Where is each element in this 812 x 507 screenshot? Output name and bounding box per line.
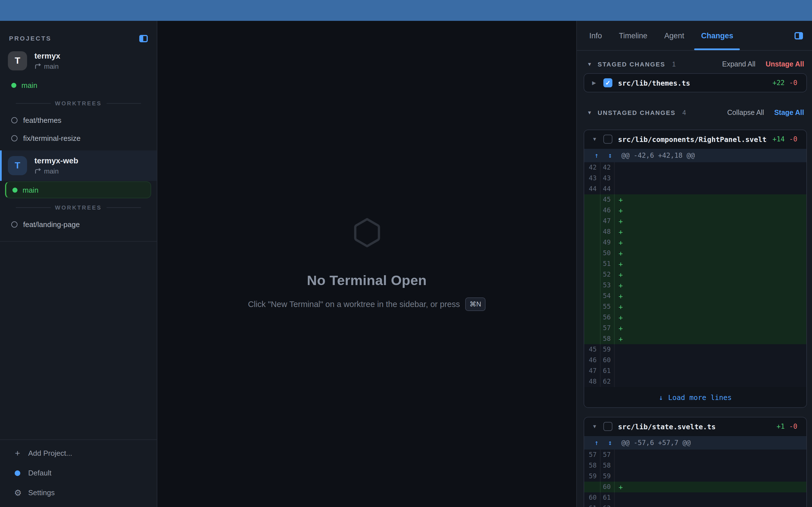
code-text: diffViewMode = $state<DiffViewMode>( xyxy=(627,492,806,503)
chevron-down-icon[interactable]: ▼ xyxy=(592,136,598,142)
diff-sign xyxy=(615,344,627,355)
diff-sign xyxy=(615,471,627,482)
code-text: } xyxy=(627,259,806,269)
code-text: let commitPreviewFiles = $derived( xyxy=(627,162,806,173)
tab[interactable]: Info xyxy=(589,21,602,50)
worktree-item[interactable]: feat/themes xyxy=(0,111,157,129)
code-text: }); xyxy=(627,312,806,323)
old-line-number: 61 xyxy=(584,503,601,507)
load-more-lines-button[interactable]: ↓ Load more lines xyxy=(584,387,806,407)
code-text: const diff = await invoke("get_fil xyxy=(627,291,806,301)
project-row-termyx-web[interactable]: T termyx-web main xyxy=(0,151,157,181)
code-text: function handleExpandContext(file: s xyxy=(627,205,806,216)
file-header[interactable]: ▼ src/lib/state.svelte.ts +1 -0 xyxy=(584,417,806,436)
code-text: expandedContexts.set(file, newLine xyxy=(627,237,806,248)
worktrees-divider: WORKTREES xyxy=(0,201,157,214)
git-branch-icon xyxy=(35,63,41,70)
sidebar-toggle-icon[interactable] xyxy=(139,35,148,42)
worktree-circle-icon xyxy=(11,135,17,141)
settings-label: Settings xyxy=(28,489,55,497)
diff-line: 57 57 layout = $state<LayoutMode>("verti… xyxy=(584,450,806,460)
old-line-number xyxy=(584,334,601,344)
stage-all-button[interactable]: Stage All xyxy=(774,109,804,117)
diff-line: 61 62 private _pollInterval: ReturnType<… xyxy=(584,503,806,507)
sidebar-footer: + Add Project... Default ⚙ Settings xyxy=(0,439,157,507)
diff-line: 44 44 ); xyxy=(584,184,806,194)
worktree-item[interactable]: fix/terminal-resize xyxy=(0,129,157,147)
old-line-number xyxy=(584,312,601,323)
new-line-number: 57 xyxy=(601,450,615,460)
new-line-number: 62 xyxy=(601,376,615,387)
tab[interactable]: Timeline xyxy=(619,21,647,50)
panel-toggle-icon[interactable] xyxy=(795,32,803,39)
worktree-label: fix/terminal-resize xyxy=(23,134,81,142)
deletions-count: -0 xyxy=(789,79,797,87)
shortcut-badge: ⌘N xyxy=(465,297,486,311)
new-line-number: 53 xyxy=(601,280,615,291)
hunk-range-label: @@ -57,6 +57,7 @@ xyxy=(621,439,691,447)
tab[interactable]: Changes xyxy=(701,21,733,50)
project-row-termyx[interactable]: T termyx main xyxy=(0,46,157,76)
expand-updown-icon[interactable]: ↕ xyxy=(603,152,617,159)
default-profile-item[interactable]: Default xyxy=(0,463,157,483)
worktree-list: feat/themes fix/terminal-resize xyxy=(0,111,157,147)
old-line-number xyxy=(584,248,601,259)
diff-sign: + xyxy=(615,482,627,492)
stage-checkbox[interactable] xyxy=(603,135,612,144)
expand-up-icon[interactable]: ↑ xyxy=(590,439,603,447)
new-line-number: 57 xyxy=(601,323,615,334)
stage-checkbox[interactable]: ✓ xyxy=(603,78,612,87)
default-profile-label: Default xyxy=(28,469,51,477)
diff-sign: + xyxy=(615,280,627,291)
empty-state-title: No Terminal Open xyxy=(307,272,427,288)
diff-sign: + xyxy=(615,323,627,334)
new-line-number: 60 xyxy=(601,482,615,492)
code-text: const currentLines = expandedConte xyxy=(627,216,806,226)
worktree-item[interactable]: feat/landing-page xyxy=(0,215,157,233)
stage-checkbox[interactable] xyxy=(603,422,612,431)
unstaged-file-card: ▼ src/lib/state.svelte.ts +1 -0 ↑ ↕ @@ -… xyxy=(583,417,807,507)
new-line-number: 60 xyxy=(601,355,615,365)
expand-updown-icon[interactable]: ↕ xyxy=(603,439,617,447)
add-project-button[interactable]: + Add Project... xyxy=(0,443,157,463)
active-branch-item-main[interactable]: main xyxy=(5,181,151,198)
old-line-number xyxy=(584,194,601,205)
branch-item-main[interactable]: main xyxy=(0,76,157,94)
diff-sign xyxy=(615,365,627,376)
tab[interactable]: Agent xyxy=(664,21,684,50)
worktree-list: feat/landing-page xyxy=(0,215,157,233)
diff-line: 43 43 appState.commitPreview ? parseDiff xyxy=(584,173,806,184)
settings-button[interactable]: ⚙ Settings xyxy=(0,483,157,503)
changes-scroll-area[interactable]: ▼ STAGED CHANGES 1 Expand All Unstage Al… xyxy=(577,51,812,507)
expand-all-button[interactable]: Expand All xyxy=(722,60,755,68)
expand-up-icon[interactable]: ↑ xyxy=(590,152,603,159)
project-avatar: T xyxy=(8,156,27,175)
old-line-number xyxy=(584,291,601,301)
file-header[interactable]: ▼ src/lib/components/RightPanel.svelte +… xyxy=(584,130,806,148)
collapse-triangle-icon[interactable]: ▼ xyxy=(587,110,592,115)
collapse-all-button[interactable]: Collapse All xyxy=(727,109,764,117)
diff-line: 45 59 xyxy=(584,344,806,355)
diff-line: 48 62 xyxy=(584,376,806,387)
hunk-range-label: @@ -42,6 +42,18 @@ xyxy=(621,152,695,159)
staged-file-header[interactable]: ▶ ✓ src/lib/themes.ts +22 -0 xyxy=(584,74,806,92)
code-text: async function loadExpandedDiff(file xyxy=(627,280,806,291)
new-line-number: 47 xyxy=(601,216,615,226)
collapse-triangle-icon[interactable]: ▼ xyxy=(587,61,592,67)
new-line-number: 55 xyxy=(601,301,615,312)
chevron-down-icon[interactable]: ▼ xyxy=(592,424,598,429)
new-line-number: 59 xyxy=(601,344,615,355)
new-line-number: 58 xyxy=(601,460,615,471)
code-text xyxy=(627,344,806,355)
unstage-all-button[interactable]: Unstage All xyxy=(765,60,804,68)
unstaged-file-list: ▼ src/lib/components/RightPanel.svelte +… xyxy=(583,129,807,507)
old-line-number: 44 xyxy=(584,184,601,194)
diff-line: 49 + expandedContexts.set(file, newLine xyxy=(584,237,806,248)
code-text: projectIcons = $state<Map<string, st xyxy=(627,460,806,471)
diff-sign xyxy=(615,355,627,365)
project-avatar: T xyxy=(8,51,27,70)
code-text: clearBufferSignal = $state(0); xyxy=(627,471,806,482)
diff-line: 53 + async function loadExpandedDiff(fil… xyxy=(584,280,806,291)
window-titlebar[interactable] xyxy=(0,0,812,21)
chevron-right-icon[interactable]: ▶ xyxy=(592,80,598,86)
